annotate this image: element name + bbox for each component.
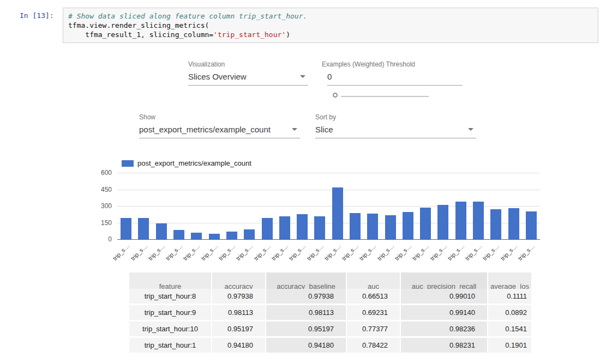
y-tick-label: 300 xyxy=(101,202,112,210)
tfma-slicing-metrics-view: In [13]: # Show data sliced along featur… xyxy=(0,0,606,364)
metric-cell: 0.98113 xyxy=(266,305,346,320)
chevron-down-icon[interactable] xyxy=(292,128,297,131)
bar[interactable] xyxy=(226,232,237,239)
bar[interactable] xyxy=(526,211,537,239)
chevron-down-icon[interactable] xyxy=(468,128,473,131)
y-axis: 0150300450600 xyxy=(86,173,112,240)
bar[interactable] xyxy=(403,212,413,239)
metric-cell: 0.95197 xyxy=(266,321,346,336)
y-tick-label: 0 xyxy=(108,235,112,243)
bar-chart xyxy=(117,173,540,240)
slider-track xyxy=(341,96,429,97)
bar[interactable] xyxy=(437,205,448,239)
bar[interactable] xyxy=(297,214,308,239)
metric-cell: 0.94180 xyxy=(212,338,265,353)
metric-cell: 0.98113 xyxy=(212,305,265,320)
metric-cell: 0.98236 xyxy=(401,321,487,336)
metric-cell: 0.77377 xyxy=(347,321,400,336)
show-value: post_export_metrics/example_count xyxy=(139,125,271,134)
x-tick-label: trip_s… xyxy=(111,242,130,262)
metric-cell: 0.66513 xyxy=(347,289,400,304)
feature-cell: trip_start_hour:1 xyxy=(129,338,211,353)
y-tick-label: 450 xyxy=(101,186,112,193)
bar[interactable] xyxy=(138,218,149,239)
bar[interactable] xyxy=(314,216,325,239)
gridline xyxy=(117,239,540,240)
metric-cell: 0.78422 xyxy=(347,338,400,353)
feature-cell: trip_start_hour:10 xyxy=(129,321,211,336)
chart-legend: post_export_metrics/example_count xyxy=(122,159,251,167)
y-tick-label: 600 xyxy=(101,169,112,177)
metric-cell: 0.0892 xyxy=(488,305,531,320)
code-line-3-close: ) xyxy=(286,31,290,39)
slider-knob[interactable] xyxy=(333,93,338,98)
bar[interactable] xyxy=(367,214,378,239)
threshold-field[interactable]: Examples (Weighted) Threshold 0 xyxy=(327,60,463,86)
bar[interactable] xyxy=(156,223,167,239)
bar[interactable] xyxy=(385,215,396,239)
metric-cell: 0.1901 xyxy=(488,338,531,353)
metrics-table[interactable]: featureaccuracyaccuracy_baselineaucauc_p… xyxy=(129,272,531,364)
metric-cell: 0.98231 xyxy=(401,338,487,353)
sort-by-value: Slice xyxy=(315,125,333,134)
code-comment: # Show data sliced along feature column … xyxy=(68,12,307,20)
visualization-value: Slices Overview xyxy=(188,72,247,81)
bar[interactable] xyxy=(332,187,343,239)
metric-cell: 0.1111 xyxy=(488,289,531,304)
bar[interactable] xyxy=(279,216,290,239)
feature-cell: trip_start_hour:8 xyxy=(129,289,211,304)
sort-by-label: Sort by xyxy=(315,113,476,121)
show-label: Show xyxy=(139,113,300,121)
x-axis-labels: trip_s…trip_s…trip_s…trip_s…trip_s…trip_… xyxy=(117,241,540,259)
feature-cell: trip_start_hour:9 xyxy=(129,305,211,320)
metric-cell: 0.69231 xyxy=(347,305,400,320)
chevron-down-icon[interactable] xyxy=(300,75,305,78)
metric-cell: 0.97938 xyxy=(212,289,265,304)
metric-cell: 0.94180 xyxy=(266,338,346,353)
bar[interactable] xyxy=(121,218,131,239)
visualization-label: Visualization xyxy=(188,60,308,68)
bar[interactable] xyxy=(508,208,519,239)
metrics-table-grid: featureaccuracyaccuracy_baselineaucauc_p… xyxy=(129,272,531,353)
bar[interactable] xyxy=(209,234,220,239)
bar[interactable] xyxy=(490,209,501,239)
bar[interactable] xyxy=(473,202,484,239)
threshold-slider[interactable] xyxy=(333,93,429,100)
metric-cell: 0.99140 xyxy=(401,305,487,320)
cell-prompt: In [13]: xyxy=(20,11,54,20)
metric-cell: 0.99010 xyxy=(401,289,487,304)
bar[interactable] xyxy=(262,218,273,239)
bar[interactable] xyxy=(420,208,431,239)
code-cell[interactable]: # Show data sliced along feature column … xyxy=(63,8,598,43)
metric-cell: 0.97938 xyxy=(266,289,346,304)
show-metric-select[interactable]: Show post_export_metrics/example_count xyxy=(139,113,300,138)
legend-label: post_export_metrics/example_count xyxy=(137,159,251,167)
code-line-3: tfma_result_1, slicing_column= xyxy=(68,31,213,39)
bar[interactable] xyxy=(350,213,361,239)
metric-cell: 0.1541 xyxy=(488,321,531,336)
legend-swatch xyxy=(122,160,134,167)
threshold-value: 0 xyxy=(327,72,332,81)
bar[interactable] xyxy=(244,229,255,239)
bar-series xyxy=(117,173,540,239)
visualization-select[interactable]: Visualization Slices Overview xyxy=(188,60,308,86)
code-line-2: tfma.view.render_slicing_metrics( xyxy=(68,21,209,29)
y-tick-label: 150 xyxy=(101,219,112,227)
code-string: 'trip_start_hour' xyxy=(213,31,286,39)
bar[interactable] xyxy=(173,230,184,239)
threshold-label: Examples (Weighted) Threshold xyxy=(322,60,463,68)
metric-cell: 0.95197 xyxy=(212,321,265,336)
sort-by-select[interactable]: Sort by Slice xyxy=(315,113,476,138)
bar[interactable] xyxy=(455,202,466,239)
bar[interactable] xyxy=(191,233,202,239)
code-text: # Show data sliced along feature column … xyxy=(68,11,593,39)
